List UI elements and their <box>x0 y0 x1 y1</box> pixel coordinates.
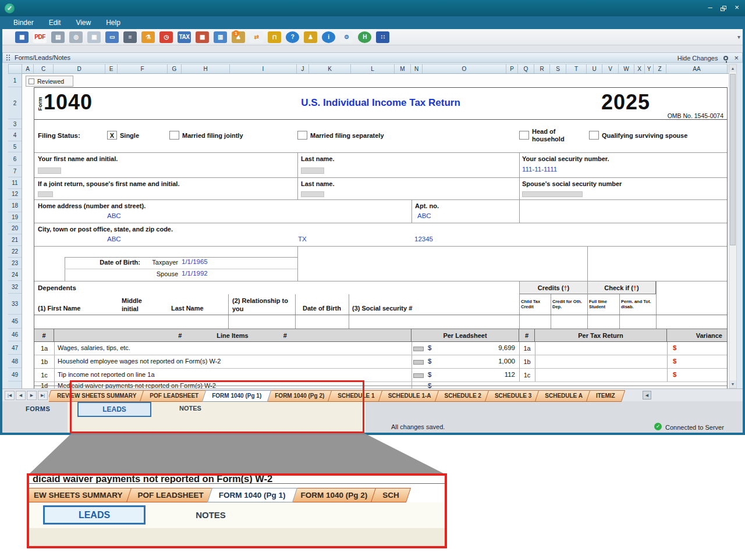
zoom-empty-panel <box>29 528 445 546</box>
zoom-tab-form-1040-pg1: FORM 1040 (Pg 1) <box>210 488 295 502</box>
zoom-tab-pof-leadsheet: POF LEADSHEET <box>129 488 213 502</box>
zoom-tab-form-1040-pg2: FORM 1040 (Pg 2) <box>292 488 377 502</box>
zoom-tab-leads: LEADS <box>43 505 146 525</box>
screen: ✓ – × Binder Edit View Help ▦ PDF ▤ ◎ <box>0 0 745 560</box>
zoom-sheet-tabs: EW SHEETS SUMMARY POF LEADSHEET FORM 104… <box>27 488 447 502</box>
zoom-tab-schedule: SCH <box>373 488 409 502</box>
zoom-leads-notes-row: LEADS NOTES <box>29 502 445 528</box>
zoom-pane-split-line <box>29 483 445 484</box>
zoom-source-highlight <box>70 380 364 433</box>
zoom-callout: dicaid waiver payments not reported on F… <box>27 473 447 548</box>
zoom-clipped-row: dicaid waiver payments not reported on F… <box>29 476 445 488</box>
zoom-tab-notes: NOTES <box>176 510 246 520</box>
zoom-tab-review-sheets-summary: EW SHEETS SUMMARY <box>27 488 132 502</box>
